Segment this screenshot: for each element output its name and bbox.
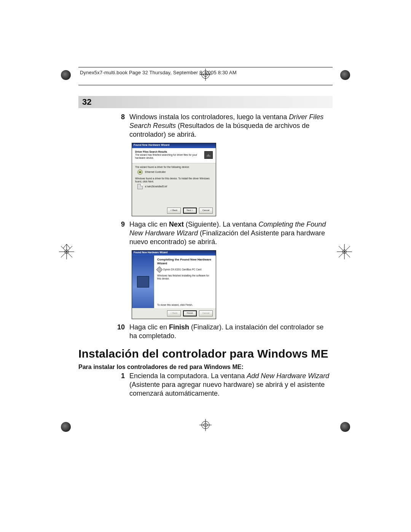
text-run: (Asistente para agregar nuevo hardware) … bbox=[129, 381, 325, 397]
register-corner-icon bbox=[61, 422, 71, 432]
register-corner-icon bbox=[340, 422, 350, 432]
step-10: 10 Haga clic en Finish (Finalizar). La i… bbox=[114, 323, 333, 340]
dialog-header-bold: Driver Files Search Results bbox=[135, 150, 202, 153]
dialog-device: Dynex DX-E201 CardBus PC Card bbox=[163, 268, 201, 271]
text-run: Windows instala los controladores, luego… bbox=[129, 113, 289, 121]
step-number: 8 bbox=[114, 113, 125, 139]
device-icon bbox=[156, 267, 163, 273]
cancel-button[interactable]: Cancel bbox=[199, 310, 213, 316]
dialog-driver-path: e:\win2k\netdlwl5.inf bbox=[145, 185, 167, 188]
dialog-big-title: Completing the Found New Hardware Wizard bbox=[157, 258, 213, 265]
dialog-titlebar: Found New Hardware Wizard bbox=[132, 251, 216, 256]
dialog-titlebar: Found New Hardware Wizard bbox=[132, 143, 216, 148]
dialog-header-sub: The wizard has finished searching for dr… bbox=[135, 153, 197, 159]
register-corner-icon bbox=[61, 70, 71, 80]
dialog-closing: To close this wizard, click Finish. bbox=[157, 304, 213, 307]
next-button[interactable]: Next > bbox=[183, 208, 197, 214]
step-text: Windows instala los controladores, luego… bbox=[129, 113, 333, 139]
svg-line-13 bbox=[67, 244, 70, 248]
text-run: Encienda la computadora. La ventana bbox=[129, 372, 247, 380]
dialog-button-row: < Back Finish Cancel bbox=[132, 308, 216, 319]
dialog-button-row: < Back Next > Cancel bbox=[132, 205, 216, 216]
running-header-text: Dynex5x7-multi.book Page 32 Thursday, Se… bbox=[78, 67, 333, 75]
step-number: 9 bbox=[114, 220, 125, 246]
text-run: Haga clic en bbox=[129, 323, 169, 331]
finish-button[interactable]: Finish bbox=[183, 310, 197, 316]
back-button[interactable]: < Back bbox=[167, 208, 181, 214]
dialog-header-sheet: Driver Files Search Results The wizard h… bbox=[132, 148, 216, 163]
svg-line-14 bbox=[63, 244, 67, 248]
wizard-dialog-search-results: Found New Hardware Wizard Driver Files S… bbox=[132, 143, 216, 216]
italic-run: Add New Hardware Wizard bbox=[247, 372, 329, 380]
step-text: Haga clic en Next (Siguiente). La ventan… bbox=[129, 220, 333, 246]
dialog-line: Windows has finished installing the soft… bbox=[157, 274, 213, 280]
back-button[interactable]: < Back bbox=[167, 310, 181, 316]
wizard-dialog-completing: Found New Hardware Wizard Completing the… bbox=[132, 250, 216, 319]
bold-run: Next bbox=[169, 220, 184, 228]
text-run: Haga clic en bbox=[129, 220, 169, 228]
inf-file-icon bbox=[137, 184, 143, 189]
text-run: (Siguiente). La ventana bbox=[184, 220, 258, 228]
bold-run: Finish bbox=[169, 323, 189, 331]
step-number: 10 bbox=[114, 323, 125, 340]
cancel-button[interactable]: Cancel bbox=[199, 208, 213, 214]
page-number: 32 bbox=[78, 97, 91, 107]
dialog-device: Ethernet Controller bbox=[145, 171, 166, 174]
step-text: Haga clic en Finish (Finalizar). La inst… bbox=[129, 323, 333, 340]
step-text: Encienda la computadora. La ventana Add … bbox=[129, 372, 333, 398]
device-icon bbox=[137, 169, 143, 175]
crop-mark-icon bbox=[199, 419, 212, 431]
page: Dynex5x7-multi.book Page 32 Thursday, Se… bbox=[0, 0, 411, 532]
register-side-icon bbox=[59, 244, 75, 260]
figure-dialog-2: Found New Hardware Wizard Completing the… bbox=[132, 250, 333, 319]
section-heading: Instalación del controlador para Windows… bbox=[78, 347, 333, 360]
step-me-1: 1 Encienda la computadora. La ventana Ad… bbox=[114, 372, 333, 398]
register-corner-icon bbox=[340, 70, 350, 80]
body-column: 8 Windows instala los controladores, lue… bbox=[114, 113, 333, 399]
step-8: 8 Windows instala los controladores, lue… bbox=[114, 113, 333, 139]
hardware-icon bbox=[204, 151, 213, 159]
figure-dialog-1: Found New Hardware Wizard Driver Files S… bbox=[132, 143, 333, 216]
dialog-line: The wizard found a driver for the follow… bbox=[135, 166, 213, 169]
step-9: 9 Haga clic en Next (Siguiente). La vent… bbox=[114, 220, 333, 246]
page-number-bar: 32 bbox=[78, 96, 333, 108]
step-number: 1 bbox=[114, 372, 125, 398]
wizard-side-graphic bbox=[132, 256, 154, 308]
register-side-icon bbox=[336, 244, 352, 260]
subsection-heading: Para instalar los controladores de red p… bbox=[78, 363, 333, 371]
dialog-line: Windows found a driver for this device. … bbox=[135, 177, 213, 183]
running-header: Dynex5x7-multi.book Page 32 Thursday, Se… bbox=[78, 67, 333, 85]
dialog-body: The wizard found a driver for the follow… bbox=[132, 163, 216, 205]
